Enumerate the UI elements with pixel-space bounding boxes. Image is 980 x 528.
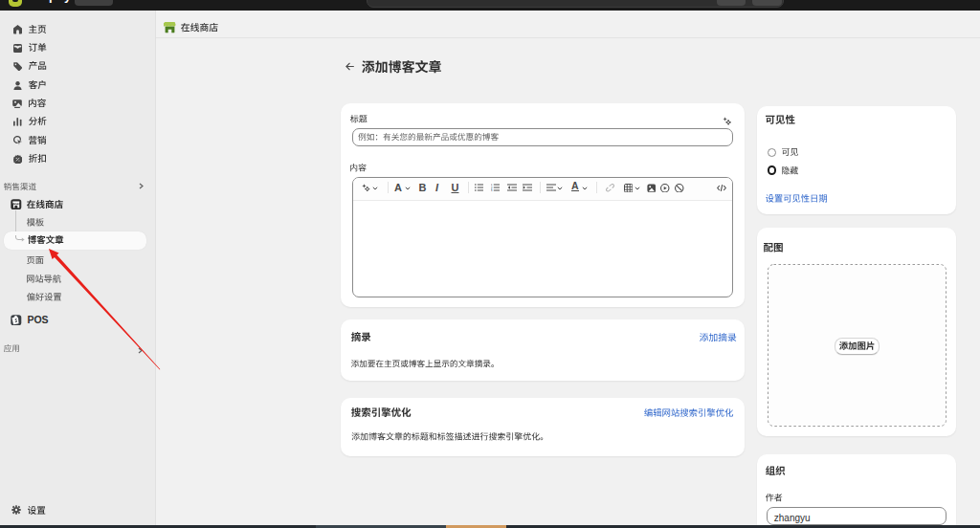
svg-text:3: 3 — [491, 189, 493, 191]
